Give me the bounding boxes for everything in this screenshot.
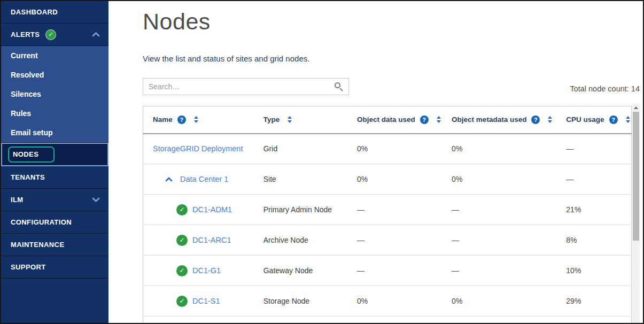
cell-object-data-used: — (350, 225, 446, 256)
cell-cpu-usage: 8% (558, 225, 631, 256)
help-icon[interactable]: ? (420, 115, 429, 124)
cell-cpu-usage: — (558, 164, 631, 195)
sidebar-item-rules[interactable]: Rules (1, 104, 108, 123)
sort-icon[interactable] (437, 116, 441, 123)
node-link[interactable]: DC1-G1 (192, 266, 221, 275)
cell-cpu-usage: 10% (558, 256, 631, 286)
nodes-table: Name ? Type Object data used ? (143, 106, 632, 324)
status-ok-icon: ✓ (176, 235, 188, 246)
sidebar-item-alerts[interactable]: ALERTS ✓ (1, 24, 108, 46)
sidebar-item-email-setup[interactable]: Email setup (1, 123, 108, 142)
status-ok-icon: ✓ (176, 265, 188, 276)
sort-icon[interactable] (548, 116, 552, 123)
page-title: Nodes (143, 9, 211, 35)
search-box (143, 78, 349, 95)
sidebar-item-label: SUPPORT (11, 263, 46, 271)
cell-type: Storage Node (258, 286, 350, 317)
chevron-down-icon (92, 197, 100, 202)
node-link[interactable]: Data Center 1 (180, 175, 228, 183)
cell-object-metadata-used: 0% (446, 164, 558, 195)
cell-type: Grid (258, 134, 350, 164)
sidebar-item-label: Email setup (11, 128, 53, 137)
status-ok-icon: ✓ (176, 296, 188, 307)
table-row-site: Data Center 1 Site 0% 0% — (143, 164, 632, 195)
sort-icon[interactable] (626, 116, 630, 123)
sort-icon[interactable] (288, 116, 292, 123)
column-label: Object data used (357, 115, 415, 124)
cell-object-metadata-used: 0% (446, 286, 558, 317)
node-link[interactable]: DC1-ADM1 (192, 205, 232, 214)
column-label: Type (263, 115, 280, 124)
collapse-chevron-up-icon[interactable] (165, 177, 173, 182)
status-ok-icon: ✓ (176, 204, 188, 215)
sidebar-item-label: ALERTS (11, 30, 40, 38)
cell-type: Site (258, 164, 350, 195)
cell-cpu-usage: — (558, 134, 631, 164)
cell-object-data-used: — (350, 256, 446, 286)
node-link[interactable]: DC1-S1 (192, 297, 220, 305)
table-row-node: ✓ DC1-ARC1 Archive Node — — 8% (143, 225, 632, 256)
help-icon[interactable]: ? (609, 115, 618, 124)
column-header-cpu-usage: CPU usage ? (558, 106, 631, 134)
table-row-node: ✓ DC1-ADM1 Primary Admin Node — — 21% (143, 195, 632, 225)
nodes-focus-ring: NODES (8, 146, 55, 163)
cell-object-metadata-used: — (446, 195, 558, 225)
alerts-submenu: Current Resolved Silences Rules Email se… (1, 46, 108, 143)
sidebar-item-label: CONFIGURATION (11, 218, 72, 226)
cell-object-metadata-used: 0% (446, 134, 558, 164)
cell-type: Gateway Node (258, 256, 350, 286)
sidebar-item-label: ILM (11, 196, 24, 204)
sidebar-item-ilm[interactable]: ILM (1, 189, 108, 211)
sidebar-item-resolved[interactable]: Resolved (1, 65, 108, 84)
sidebar-item-silences[interactable]: Silences (1, 84, 108, 104)
help-icon[interactable]: ? (177, 115, 186, 124)
vertical-scrollbar[interactable] (632, 104, 640, 323)
cell-object-data-used: 0% (350, 286, 446, 317)
cell-type: Primary Admin Node (258, 195, 350, 225)
column-label: Name (153, 115, 173, 124)
storagegrid-window: DASHBOARD ALERTS ✓ Current Resolved Sile… (0, 0, 644, 324)
sidebar-item-label: Rules (11, 109, 31, 118)
column-header-type: Type (258, 106, 350, 134)
column-label: Object metadata used (452, 115, 526, 124)
help-icon[interactable]: ? (531, 115, 540, 124)
search-input[interactable] (143, 78, 349, 95)
column-header-object-data-used: Object data used ? (350, 106, 446, 134)
sidebar-item-dashboard[interactable]: DASHBOARD (1, 1, 108, 24)
sort-icon[interactable] (194, 116, 198, 123)
sidebar-item-label: NODES (13, 150, 38, 158)
main-content: Nodes View the list and status of sites … (108, 1, 643, 323)
total-node-count: Total node count: 14 (570, 84, 640, 93)
cell-cpu-usage: 21% (558, 195, 631, 225)
scrollbar-thumb[interactable] (633, 112, 639, 241)
sidebar-item-label: TENANTS (11, 173, 45, 181)
sidebar: DASHBOARD ALERTS ✓ Current Resolved Sile… (1, 1, 108, 323)
sidebar-item-tenants[interactable]: TENANTS (1, 166, 108, 189)
sidebar-item-nodes-selected[interactable]: NODES (1, 143, 108, 166)
table-row-node: ✓ DC1-S1 Storage Node 0% 0% 29% (143, 286, 632, 317)
sidebar-item-maintenance[interactable]: MAINTENANCE (1, 234, 108, 256)
sidebar-item-current[interactable]: Current (1, 46, 108, 65)
sidebar-item-configuration[interactable]: CONFIGURATION (1, 211, 108, 234)
sidebar-item-label: Silences (11, 90, 41, 98)
scrollbar-up-arrow-icon[interactable] (634, 106, 638, 109)
table-row-partial (143, 317, 632, 324)
table-row-grid: StorageGRID Deployment Grid 0% 0% — (143, 134, 632, 164)
page-subtitle: View the list and status of sites and gr… (143, 54, 309, 63)
sidebar-item-label: MAINTENANCE (11, 241, 64, 249)
sidebar-item-label: DASHBOARD (11, 8, 58, 16)
cell-object-data-used: — (350, 195, 446, 225)
sidebar-item-support[interactable]: SUPPORT (1, 256, 108, 279)
sidebar-item-label: Resolved (11, 71, 44, 79)
alerts-ok-badge-icon: ✓ (46, 30, 56, 40)
table-header-row: Name ? Type Object data used ? (143, 106, 632, 134)
cell-cpu-usage: 29% (558, 286, 631, 317)
search-icon[interactable] (334, 82, 344, 91)
column-label: CPU usage (566, 115, 604, 124)
node-link[interactable]: DC1-ARC1 (192, 236, 231, 244)
cell-object-data-used: 0% (350, 134, 446, 164)
node-link[interactable]: StorageGRID Deployment (153, 144, 243, 153)
chevron-up-icon (92, 32, 100, 37)
cell-object-metadata-used: — (446, 256, 558, 286)
cell-object-metadata-used: — (446, 225, 558, 256)
